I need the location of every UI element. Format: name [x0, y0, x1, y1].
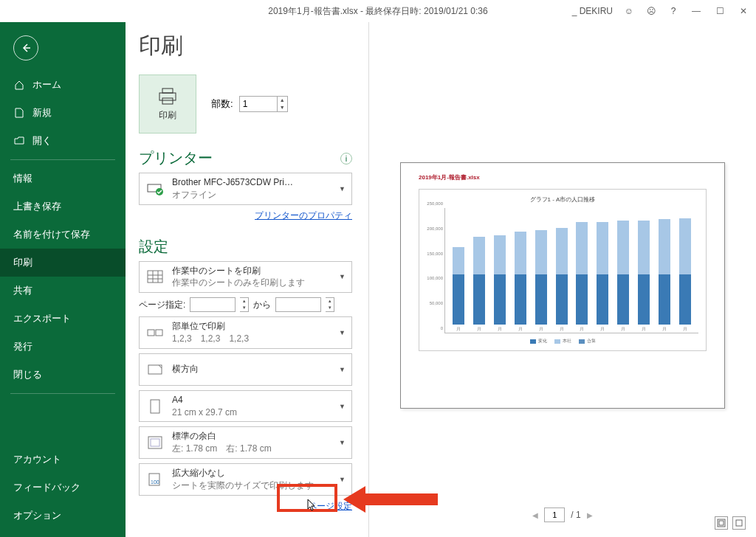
- nav-share[interactable]: 共有: [0, 277, 126, 305]
- margin-icon: [145, 433, 165, 452]
- collate-sub: 1,2,3 1,2,3 1,2,3: [172, 333, 331, 345]
- collate-select[interactable]: 部単位で印刷1,2,3 1,2,3 1,2,3 ▼: [139, 316, 352, 349]
- nav-label: 印刷: [13, 256, 32, 269]
- svg-text:100: 100: [151, 479, 159, 485]
- page-setup-link[interactable]: ページ設定: [139, 500, 352, 513]
- frown-icon[interactable]: ☹: [645, 5, 657, 17]
- margin-title: 標準の余白: [172, 430, 331, 443]
- smile-icon[interactable]: ☺: [623, 5, 635, 17]
- nav-options[interactable]: オプション: [0, 502, 126, 530]
- home-icon: [13, 79, 25, 91]
- nav-feedback[interactable]: フィードバック: [0, 474, 126, 502]
- help-icon[interactable]: ?: [667, 5, 679, 17]
- chevron-down-icon: ▼: [339, 366, 346, 373]
- nav-info[interactable]: 情報: [0, 164, 126, 193]
- printer-select[interactable]: Brother MFC-J6573CDW Pri…オフライン ▼: [139, 173, 352, 205]
- svg-rect-1: [159, 93, 176, 100]
- svg-rect-15: [151, 439, 159, 446]
- nav-label: 上書き保存: [13, 200, 61, 213]
- copies-label: 部数:: [211, 97, 233, 111]
- nav-label: 閉じる: [13, 368, 42, 381]
- print-what-select[interactable]: 作業中のシートを印刷作業中のシートのみを印刷します ▼: [139, 261, 352, 294]
- printer-heading: プリンター: [139, 148, 213, 168]
- nav-saveas[interactable]: 名前を付けて保存: [0, 221, 126, 249]
- printer-properties-link[interactable]: プリンターのプロパティ: [139, 209, 352, 222]
- nav-label: アカウント: [13, 453, 61, 466]
- printer-icon: [157, 87, 179, 106]
- orientation-select[interactable]: 横方向 ▼: [139, 353, 352, 386]
- printer-status-icon: [145, 179, 165, 198]
- copies-stepper[interactable]: ▲▼: [278, 96, 288, 112]
- chart-title: グラフ1 - A市の人口推移: [427, 195, 698, 204]
- scale-sub: シートを実際のサイズで印刷します: [172, 479, 331, 492]
- nav-close[interactable]: 閉じる: [0, 361, 126, 389]
- nav-label: 開く: [32, 134, 52, 148]
- pages-from-stepper[interactable]: ▲▼: [240, 297, 249, 312]
- print-what-sub: 作業中のシートのみを印刷します: [172, 277, 331, 289]
- nav-open[interactable]: 開く: [0, 127, 126, 155]
- margin-select[interactable]: 標準の余白左: 1.78 cm 右: 1.78 cm ▼: [139, 426, 352, 459]
- settings-heading: 設定: [139, 237, 168, 257]
- svg-rect-11: [156, 330, 162, 336]
- preview-doc-title: 2019年1月-報告書.xlsx: [419, 173, 707, 181]
- chevron-down-icon: ▼: [339, 439, 346, 446]
- nav-print[interactable]: 印刷: [0, 249, 126, 277]
- svg-rect-19: [719, 521, 724, 525]
- pages-to-input[interactable]: [275, 297, 321, 312]
- printer-status: オフライン: [172, 189, 331, 201]
- margin-sub: 左: 1.78 cm 右: 1.78 cm: [172, 443, 331, 455]
- collate-title: 部単位で印刷: [172, 320, 331, 333]
- orientation-title: 横方向: [172, 363, 331, 375]
- nav-save[interactable]: 上書き保存: [0, 193, 126, 221]
- print-button[interactable]: 印刷: [139, 75, 196, 134]
- nav-export[interactable]: エクスポート: [0, 305, 126, 333]
- nav-new[interactable]: 新規: [0, 99, 126, 127]
- svg-rect-10: [148, 330, 154, 336]
- svg-rect-13: [151, 400, 159, 413]
- info-icon[interactable]: i: [340, 153, 352, 164]
- page-heading: 印刷: [139, 31, 352, 61]
- back-button[interactable]: [13, 35, 38, 60]
- pages-from-input[interactable]: [190, 297, 236, 312]
- cursor-icon: [305, 499, 317, 513]
- collate-icon: [145, 323, 165, 342]
- title-user: _ DEKIRU: [572, 6, 613, 16]
- nav-label: 新規: [32, 106, 52, 119]
- nav-home[interactable]: ホーム: [0, 71, 126, 99]
- chevron-down-icon: ▼: [339, 273, 346, 280]
- paper-select[interactable]: A421 cm x 29.7 cm ▼: [139, 390, 352, 423]
- page-number-input[interactable]: [544, 507, 565, 522]
- nav-label: 発行: [13, 340, 32, 353]
- svg-marker-21: [343, 486, 438, 513]
- chevron-down-icon: ▼: [339, 403, 346, 410]
- preview-chart: グラフ1 - A市の人口推移 050,000100,000150,000200,…: [419, 189, 707, 351]
- zoom-to-page-button[interactable]: [732, 516, 746, 530]
- title-filename: 2019年1月-報告書.xlsx - 最終保存日時: 2019/01/21 0:…: [268, 5, 487, 18]
- next-page-button[interactable]: ▶: [587, 511, 593, 519]
- scale-icon: 100: [145, 470, 165, 489]
- minimize-button[interactable]: —: [690, 6, 703, 16]
- chevron-down-icon: ▼: [339, 476, 346, 483]
- nav-label: フィードバック: [13, 481, 80, 494]
- copies-input[interactable]: [239, 96, 278, 112]
- svg-rect-5: [148, 271, 162, 283]
- scale-select[interactable]: 100 拡大縮小なしシートを実際のサイズで印刷します ▼: [139, 463, 352, 496]
- maximize-button[interactable]: ☐: [713, 6, 726, 16]
- nav-publish[interactable]: 発行: [0, 333, 126, 361]
- nav-label: 名前を付けて保存: [13, 228, 90, 241]
- show-margins-button[interactable]: [715, 516, 728, 530]
- nav-account[interactable]: アカウント: [0, 446, 126, 474]
- sheets-icon: [145, 267, 165, 286]
- close-button[interactable]: ✕: [737, 6, 750, 16]
- arrow-left-icon: [20, 42, 32, 54]
- print-preview-page: 2019年1月-報告書.xlsx グラフ1 - A市の人口推移 050,0001…: [400, 162, 725, 409]
- pages-to-label: から: [253, 299, 271, 311]
- nav-label: エクスポート: [13, 312, 71, 325]
- printer-name: Brother MFC-J6573CDW Pri…: [172, 176, 331, 189]
- prev-page-button[interactable]: ◀: [532, 511, 538, 519]
- nav-label: 情報: [13, 172, 32, 185]
- paper-sub: 21 cm x 29.7 cm: [172, 406, 331, 419]
- paper-title: A4: [172, 394, 331, 406]
- nav-label: 共有: [13, 284, 32, 297]
- pages-to-stepper[interactable]: ▲▼: [326, 297, 334, 312]
